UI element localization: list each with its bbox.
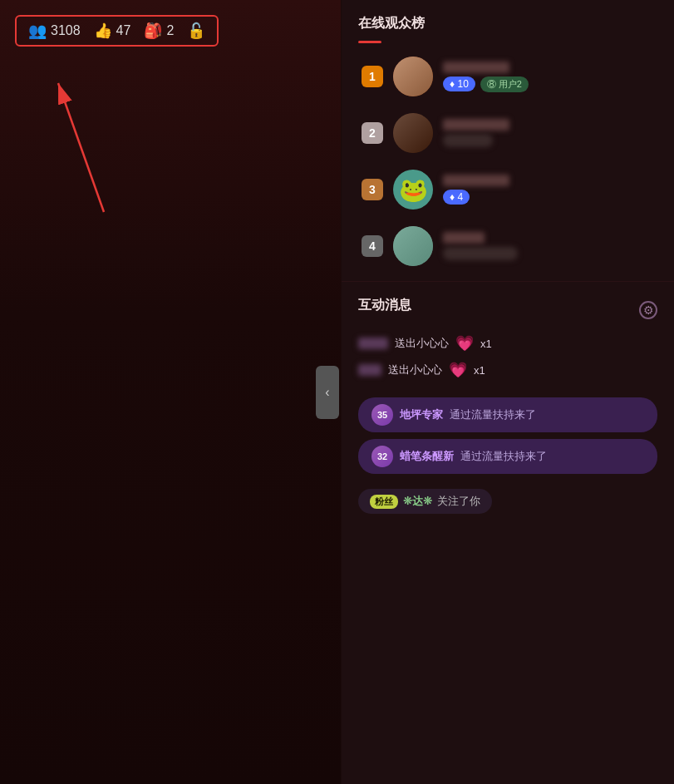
right-panel: 在线观众榜 1 ♦ 10 ⑧ 用户2 2 [342,0,674,784]
video-area: 👥 3108 👍 47 🎒 2 🔓 [0,0,341,784]
avatar-2 [393,113,433,153]
messages-title: 互动消息 [358,297,411,314]
notif-level-text-2: 32 [377,451,387,461]
diamond-badge-1: ♦ 10 [443,76,475,91]
title-underline [358,41,381,43]
annotation-arrow [12,37,195,220]
user-badge-1: ⑧ 用户2 [480,76,529,92]
frog-avatar: 🐸 [393,170,433,210]
username-blur-1 [443,62,509,73]
message-item: 送出小心心 💗 x1 [358,361,657,379]
rank-badge-2: 2 [362,122,383,144]
bag-number: 2 [166,23,174,38]
viewer-number: 3108 [51,23,81,38]
badge-blur-4 [443,247,518,260]
gear-icon: ⚙ [643,303,654,317]
like-number: 47 [116,23,131,38]
msg-action-1: 送出小心心 [395,336,449,351]
notif-level-1: 35 [371,404,393,426]
avatar-3: 🐸 [393,170,433,210]
fan-action: 关注了你 [437,494,480,509]
msg-count-1: x1 [480,338,492,350]
notif-desc-2: 通过流量扶持来了 [460,449,547,464]
msg-avatar-blur [358,338,388,349]
notif-username-2: 蜡笔条醒新 [400,449,454,464]
leaderboard-title-text: 在线观众榜 [358,15,425,32]
username-blur-4 [443,232,485,244]
badge-blur-2 [443,134,493,147]
like-icon: 👍 [94,22,112,40]
fan-follow-notification: 粉丝 ❊达❊ 关注了你 [358,489,492,514]
gift-count: 🔓 [187,22,205,40]
notif-desc-1: 通过流量扶持来了 [450,407,536,422]
settings-button[interactable]: ⚙ [639,301,657,319]
avatar-4 [393,226,433,266]
notif-username-1: 地坪专家 [400,407,443,422]
message-item: 送出小心心 💗 x1 [358,334,657,353]
user-info-1: ♦ 10 ⑧ 用户2 [443,62,654,92]
svg-line-1 [58,83,104,212]
stats-bar: 👥 3108 👍 47 🎒 2 🔓 [15,15,219,47]
leaderboard-list: 1 ♦ 10 ⑧ 用户2 2 [358,50,657,273]
badges-1: ♦ 10 ⑧ 用户2 [443,76,654,92]
messages-section: 互动消息 ⚙ 送出小心心 💗 x1 送出小心心 💗 x1 [342,282,674,784]
notif-level-text-1: 35 [377,410,387,420]
collapse-chevron: ‹ [325,385,329,400]
like-count: 👍 47 [94,22,131,40]
msg-count-2: x1 [474,364,485,377]
leaderboard-section: 在线观众榜 1 ♦ 10 ⑧ 用户2 2 [342,0,674,282]
heart-icon-2: 💗 [449,361,467,379]
user-info-4 [443,232,654,260]
bag-count: 🎒 2 [144,22,174,40]
username-blur-2 [443,119,509,131]
rank-badge-4: 4 [362,235,383,257]
heart-icon-1: 💗 [455,334,474,353]
rank-badge-3: 3 [362,179,383,200]
leaderboard-item: 4 [358,219,657,273]
leaderboard-item: 3 🐸 ♦ 4 [358,163,657,216]
bag-icon: 🎒 [144,22,162,40]
messages-header: 互动消息 ⚙ [358,297,657,323]
leaderboard-item: 2 [358,106,657,160]
avatar-1 [393,57,433,96]
msg-action-2: 送出小心心 [388,362,442,377]
notification-card-1: 35 地坪专家 通过流量扶持来了 [358,397,657,432]
viewer-icon: 👥 [28,22,47,40]
diamond-badge-3: ♦ 4 [443,190,470,205]
viewer-count: 👥 3108 [28,22,81,40]
username-blur-3 [443,175,509,186]
message-list: 送出小心心 💗 x1 送出小心心 💗 x1 [358,334,657,379]
fan-badge: 粉丝 [370,495,398,509]
msg-avatar-blur [358,364,381,376]
leaderboard-title: 在线观众榜 [358,15,657,32]
fan-username: ❊达❊ [403,494,432,509]
rank-badge-1: 1 [362,66,383,87]
notification-card-2: 32 蜡笔条醒新 通过流量扶持来了 [358,439,657,474]
notif-level-2: 32 [371,446,393,467]
collapse-button[interactable]: ‹ [316,366,339,419]
user-info-2 [443,119,654,147]
leaderboard-item: 1 ♦ 10 ⑧ 用户2 [358,50,657,103]
badges-4 [443,247,654,260]
badges-3: ♦ 4 [443,190,654,205]
badges-2 [443,134,654,147]
user-info-3: ♦ 4 [443,175,654,205]
notification-cards: 35 地坪专家 通过流量扶持来了 32 蜡笔条醒新 通过流量扶持来了 [358,397,657,474]
gift-icon: 🔓 [187,22,205,40]
messages-title-text: 互动消息 [358,297,411,314]
